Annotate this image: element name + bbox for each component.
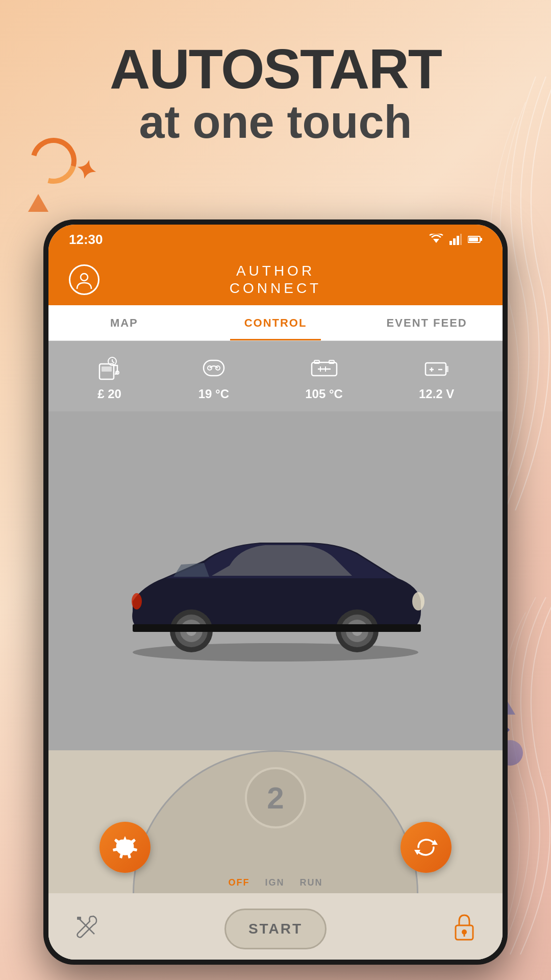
svg-point-35: [412, 592, 424, 610]
svg-point-8: [81, 274, 88, 281]
tab-control[interactable]: CONTROL: [200, 305, 352, 340]
battery-voltage-stat: 12.2 V: [419, 356, 454, 401]
svg-marker-0: [433, 239, 439, 243]
svg-rect-4: [460, 234, 462, 245]
app-logo-line2: connect: [230, 280, 321, 297]
headline: AUTOSTART at one touch: [0, 41, 551, 148]
ignition-labels: OFF IGN RUN: [228, 877, 322, 888]
svg-point-44: [462, 929, 467, 935]
app-logo: author connect: [230, 262, 321, 297]
engine-temp-value: 105 °C: [305, 387, 343, 401]
app-header: author connect: [48, 254, 503, 305]
battery-voltage-icon: [424, 356, 449, 382]
svg-rect-1: [449, 241, 452, 245]
svg-rect-3: [457, 236, 459, 245]
dial-outer: 2: [133, 750, 418, 893]
tab-map[interactable]: MAP: [48, 305, 200, 340]
gear-icon: [111, 834, 139, 862]
profile-button[interactable]: [69, 264, 99, 295]
start-button[interactable]: START: [224, 909, 327, 949]
bottom-toolbar: START: [48, 893, 503, 960]
svg-rect-7: [481, 238, 482, 241]
engine-temp-stat: 105 °C: [305, 356, 343, 401]
car-image: [102, 499, 449, 663]
svg-point-26: [133, 643, 418, 662]
battery-icon: [468, 235, 482, 243]
svg-rect-37: [133, 624, 421, 632]
svg-rect-15: [204, 360, 224, 376]
svg-rect-2: [453, 238, 456, 245]
outside-temp-icon: [201, 356, 227, 382]
outside-temp-stat: 19 °C: [198, 356, 229, 401]
person-icon: [75, 271, 93, 289]
tab-event-feed[interactable]: EVENT FEED: [351, 305, 503, 340]
battery-voltage-value: 12.2 V: [419, 387, 454, 401]
control-panel: 2: [48, 750, 503, 960]
fuel-stat: £ 20: [97, 356, 122, 401]
ign-run-label: RUN: [300, 877, 323, 888]
outside-temp-value: 19 °C: [198, 387, 229, 401]
car-display-area: [48, 411, 503, 750]
dial-number[interactable]: 2: [245, 767, 306, 828]
signal-icon: [449, 234, 462, 245]
phone-screen: 12:30: [48, 225, 503, 960]
tools-button[interactable]: [74, 914, 99, 939]
svg-rect-10: [102, 366, 112, 372]
svg-rect-6: [469, 237, 478, 241]
headline-main: AUTOSTART: [41, 41, 510, 97]
svg-rect-21: [425, 363, 446, 375]
tools-icon: [74, 914, 99, 939]
deco-triangle-icon: [28, 194, 48, 212]
headline-sub: at one touch: [41, 97, 510, 148]
stats-row: £ 20 19 °C: [48, 341, 503, 411]
status-time: 12:30: [69, 232, 103, 248]
svg-rect-42: [77, 917, 81, 920]
lock-icon: [452, 913, 477, 941]
status-bar: 12:30: [48, 225, 503, 254]
status-icons: [429, 234, 482, 245]
svg-point-36: [132, 593, 142, 609]
phone-mockup: 12:30: [43, 219, 508, 965]
lock-button[interactable]: [452, 913, 477, 941]
ign-ign-label: IGN: [265, 877, 284, 888]
svg-rect-22: [446, 366, 448, 372]
app-logo-line1: author: [236, 262, 315, 280]
wifi-icon: [429, 234, 443, 245]
refresh-button[interactable]: [400, 822, 452, 873]
dial-container: 2: [48, 750, 503, 893]
fuel-value: £ 20: [97, 387, 121, 401]
gear-button[interactable]: [99, 822, 151, 873]
svg-line-14: [112, 361, 114, 363]
fuel-icon: [97, 356, 122, 382]
engine-temp-icon: [310, 356, 338, 382]
main-content: £ 20 19 °C: [48, 341, 503, 960]
refresh-icon: [413, 835, 439, 860]
nav-tabs: MAP CONTROL EVENT FEED: [48, 305, 503, 341]
phone-body: 12:30: [43, 219, 508, 965]
ign-off-label: OFF: [228, 877, 249, 888]
